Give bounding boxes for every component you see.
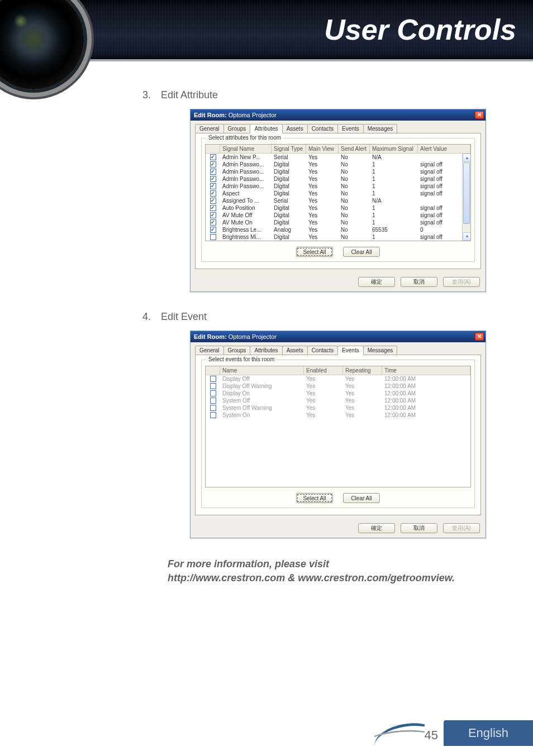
groupbox-label: Select attributes for this room [206,135,283,141]
row-checkbox[interactable] [210,190,216,197]
cell-signal-type: Digital [272,233,306,241]
cancel-button[interactable]: 取消 [401,523,437,533]
scroll-thumb[interactable] [463,162,470,224]
col-signal-type[interactable]: Signal Type [272,145,306,153]
tab-assets[interactable]: Assets [282,346,308,355]
row-checkbox[interactable] [210,205,216,211]
table-row[interactable]: System OnYesYes12:00:00 AM [206,412,470,419]
cell-signal-name: Assigned To ... [220,197,272,204]
table-row[interactable]: Admin New P...SerialYesNoN/A [206,154,470,161]
tab-contacts[interactable]: Contacts [307,124,338,133]
close-icon[interactable]: ✕ [475,111,484,119]
row-checkbox[interactable] [210,383,216,389]
table-row[interactable]: Admin Passwo...DigitalYesNo1signal off [206,175,470,183]
tab-attributes[interactable]: Attributes [250,346,282,355]
col-max-signal[interactable]: Maximum Signal [370,145,418,153]
row-checkbox[interactable] [210,183,216,189]
tab-general[interactable]: General [195,124,224,133]
tab-contacts[interactable]: Contacts [307,346,338,355]
cell-repeating: Yes [343,412,382,419]
table-row[interactable]: System Off WarningYesYes12:00:00 AM [206,404,470,412]
cell-max-signal: 1 [370,190,418,197]
scroll-down-icon[interactable]: ▾ [463,232,470,241]
tab-general[interactable]: General [195,346,224,355]
cell-signal-type: Serial [272,154,306,161]
tab-groups[interactable]: Groups [223,346,251,355]
grid-body[interactable]: Admin New P...SerialYesNoN/AAdmin Passwo… [206,154,470,241]
grid-body[interactable]: Display OffYesYes12:00:00 AMDisplay Off … [206,375,470,487]
row-checkbox[interactable] [210,390,216,396]
ok-button[interactable]: 確定 [358,277,395,287]
table-row[interactable]: Brightness Mi...DigitalYesNo1signal off [206,233,470,241]
scroll-up-icon[interactable]: ▴ [463,154,470,162]
clear-all-button[interactable]: Clear All [343,493,380,503]
table-row[interactable]: Auto PositionDigitalYesNo1signal off [206,204,470,212]
tab-messages[interactable]: Messages [363,346,398,355]
cell-signal-name: AV Mute Off [220,212,272,219]
cell-signal-type: Serial [272,197,306,204]
col-repeating[interactable]: Repeating [343,366,382,375]
table-row[interactable]: Brightness Le...AnalogYesNo655350 [206,226,470,233]
table-row[interactable]: AspectDigitalYesNo1signal off [206,190,470,197]
close-icon[interactable]: ✕ [475,333,484,341]
row-checkbox[interactable] [210,227,216,233]
col-signal-name[interactable]: Signal Name [220,145,272,153]
table-row[interactable]: Admin Passwo...DigitalYesNo1signal off [206,183,470,190]
select-all-button[interactable]: Select All [296,493,333,503]
row-checkbox[interactable] [210,398,216,404]
table-row[interactable]: AV Mute OnDigitalYesNo1signal off [206,219,470,226]
table-row[interactable]: Admin Passwo...DigitalYesNo1signal off [206,168,470,175]
table-row[interactable]: Assigned To ...SerialYesNoN/A [206,197,470,204]
cell-main-view: Yes [306,219,339,226]
ok-button[interactable]: 確定 [358,523,395,533]
table-row[interactable]: Admin Passwo...DigitalYesNo1signal off [206,161,470,168]
col-time[interactable]: Time [382,366,470,375]
row-checkbox[interactable] [210,198,216,204]
cancel-button[interactable]: 取消 [401,277,437,287]
tab-events[interactable]: Events [337,346,364,355]
attributes-grid: Signal Name Signal Type Main View Send A… [205,144,471,241]
table-row[interactable]: Display OnYesYes12:00:00 AM [206,390,470,397]
table-row[interactable]: AV Mute OffDigitalYesNo1signal off [206,212,470,219]
cell-name: System Off Warning [220,404,304,412]
table-row[interactable]: Display Off WarningYesYes12:00:00 AM [206,382,470,390]
col-name[interactable]: Name [220,366,304,375]
row-checkbox[interactable] [210,234,216,240]
row-checkbox[interactable] [210,212,216,218]
col-main-view[interactable]: Main View [306,145,339,153]
col-enabled[interactable]: Enabled [304,366,343,375]
cell-main-view: Yes [306,168,339,175]
table-row[interactable]: System OffYesYes12:00:00 AM [206,397,470,404]
select-all-button[interactable]: Select All [296,247,333,257]
cell-repeating: Yes [343,397,382,404]
row-checkbox[interactable] [210,219,216,226]
cell-send-alert: No [339,219,370,226]
clear-all-button[interactable]: Clear All [343,247,380,257]
tab-attributes[interactable]: Attributes [250,124,282,133]
row-checkbox[interactable] [210,169,216,175]
tab-assets[interactable]: Assets [282,124,308,133]
cell-signal-type: Digital [272,204,306,212]
cell-max-signal: 1 [370,183,418,190]
row-checkbox[interactable] [210,376,216,382]
step-3-number: 3. [140,89,151,101]
tab-groups[interactable]: Groups [223,124,251,133]
tab-messages[interactable]: Messages [363,124,398,133]
row-checkbox[interactable] [210,405,216,411]
dialog-tabs: GeneralGroupsAttributesAssetsContactsEve… [191,121,486,133]
cell-signal-name: Admin Passwo... [220,161,272,168]
tab-body: Select attributes for this room Signal N… [195,133,481,269]
cell-signal-type: Digital [272,219,306,226]
table-row[interactable]: Display OffYesYes12:00:00 AM [206,375,470,382]
col-send-alert[interactable]: Send Alert [339,145,370,153]
scrollbar[interactable]: ▴ ▾ [462,154,470,241]
cell-send-alert: No [339,154,370,161]
tab-events[interactable]: Events [337,124,364,133]
cell-max-signal: 1 [370,168,418,175]
dialog-title: Edit Room: Optoma Projector [194,333,277,340]
row-checkbox[interactable] [210,161,216,168]
row-checkbox[interactable] [210,176,216,182]
col-alert-value[interactable]: Alert Value [418,145,470,153]
row-checkbox[interactable] [210,412,216,418]
row-checkbox[interactable] [210,154,216,160]
